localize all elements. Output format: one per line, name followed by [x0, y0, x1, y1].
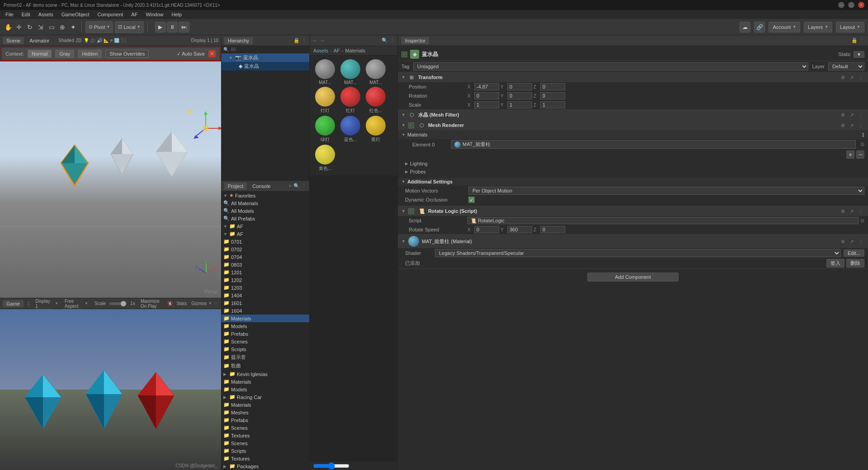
racing-folder[interactable]: ▶ 📁 Racing Car: [222, 393, 309, 401]
textures-folder[interactable]: 📁 Textures: [222, 455, 309, 462]
folder-scenes-af[interactable]: 📁 Scenes: [222, 338, 309, 345]
lighting-fold[interactable]: ▶ Lighting: [398, 160, 868, 168]
inspector-lock[interactable]: 🔒: [851, 38, 858, 43]
motion-select[interactable]: Per Object Motion: [468, 187, 864, 195]
rotate-overflow[interactable]: ⋮: [857, 207, 864, 215]
shader-select[interactable]: Legacy Shaders/Transparent/Specular: [435, 249, 841, 257]
folder-1203[interactable]: 📁 1203: [222, 284, 309, 291]
account-button[interactable]: Account ▼: [769, 22, 800, 33]
mat-item-1[interactable]: MAT...: [339, 59, 362, 85]
scale-y-input[interactable]: [507, 101, 532, 108]
static-dropdown[interactable]: ▼: [854, 51, 864, 58]
element-0-ref[interactable]: MAT_能量柱: [451, 140, 856, 149]
context-normal-button[interactable]: Normal: [28, 50, 52, 58]
assets-size-slider[interactable]: [313, 462, 349, 470]
hierarchy-root[interactable]: ▼ 📷 蓝水晶: [222, 53, 309, 62]
script-picker[interactable]: ⊙: [860, 218, 864, 224]
script-ref[interactable]: 📜 RotateLogic: [467, 217, 859, 224]
hierarchy-lock[interactable]: 🔒: [293, 38, 300, 43]
hierarchy-child[interactable]: ◆ 蓝水晶: [222, 62, 309, 70]
rot-y-input[interactable]: [507, 92, 532, 99]
aspect-selector[interactable]: Free Aspect: [63, 298, 82, 309]
scenes-folder[interactable]: 📁 Scenes: [222, 439, 309, 447]
dynamic-occlusion-check[interactable]: ✓: [468, 197, 475, 203]
add-component-button[interactable]: Add Component: [587, 273, 679, 282]
context-gray-button[interactable]: Gray: [55, 50, 74, 58]
edit-shader-button[interactable]: Edit...: [844, 249, 864, 257]
signin-button[interactable]: 签入: [826, 259, 844, 268]
af-folder[interactable]: ▼ 📁 AF: [222, 230, 309, 238]
2d-label[interactable]: 2D: [76, 38, 82, 43]
game-tab[interactable]: Game: [3, 300, 24, 307]
obj-enabled-check[interactable]: ✓: [401, 52, 407, 57]
assets-root[interactable]: ▼ 📁 AF: [222, 222, 309, 230]
racing-scenes[interactable]: 📁 Scenes: [222, 424, 309, 432]
selected-crystal[interactable]: [59, 143, 90, 188]
project-search[interactable]: 🔍: [293, 183, 300, 189]
asset-overflow[interactable]: ⋮: [390, 38, 395, 43]
breadcrumb-assets[interactable]: Assets: [313, 48, 328, 53]
console-tab[interactable]: Console: [249, 183, 274, 190]
project-add[interactable]: +: [289, 183, 292, 189]
show-overrides-button[interactable]: Show Overrides: [105, 50, 149, 58]
transform-header[interactable]: ▼ ⊞ Transform ⚙ ↗ ⋮: [398, 72, 868, 82]
scale-x-input[interactable]: [474, 101, 499, 108]
racing-materials[interactable]: 📁 Materials: [222, 401, 309, 409]
mr-header[interactable]: ▼ ✓ ⬡ Mesh Renderer ⚙ ↗ ⋮: [398, 120, 868, 130]
menu-window[interactable]: Window: [142, 11, 167, 18]
context-close-button[interactable]: ✕: [208, 50, 216, 57]
project-tab[interactable]: Project: [224, 183, 247, 190]
folder-1201[interactable]: 📁 1201: [222, 268, 309, 276]
mat-item-3[interactable]: 灯灯: [313, 87, 337, 114]
mute-icon[interactable]: 🔇: [167, 301, 173, 306]
folder-scripts-af[interactable]: 📁 Scripts: [222, 345, 309, 353]
pos-x-input[interactable]: [474, 83, 499, 90]
shaded-label[interactable]: Shaded: [58, 38, 74, 43]
transform-settings[interactable]: ⚙: [839, 74, 846, 81]
folder-0701[interactable]: 📁 0701: [222, 238, 309, 245]
mf-settings[interactable]: ⚙: [839, 111, 846, 118]
mat-item-9[interactable]: 黄色...: [313, 145, 337, 172]
mat-edit-btn[interactable]: ↗: [848, 238, 855, 245]
mf-edit[interactable]: ↗: [848, 111, 855, 118]
breadcrumb-af[interactable]: AF: [334, 48, 340, 53]
mr-enabled[interactable]: ✓: [408, 122, 414, 128]
layers-button[interactable]: Layers ▼: [804, 22, 832, 33]
mat-item-4[interactable]: 红灯: [339, 87, 362, 114]
rotate-edit[interactable]: ↗: [848, 207, 855, 215]
menu-edit[interactable]: Edit: [18, 11, 34, 18]
transform-overflow[interactable]: ⋮: [857, 74, 864, 81]
scale-z-input[interactable]: [540, 101, 565, 108]
speed-y-input[interactable]: [507, 226, 532, 233]
minimize-button[interactable]: ─: [838, 2, 844, 8]
rotate-settings[interactable]: ⚙: [839, 207, 846, 215]
folder-1604[interactable]: 📁 1604: [222, 307, 309, 315]
mat-section-header[interactable]: ▼ MAT_能量柱 (Material) ⚙ ↗ ⋮: [398, 235, 868, 248]
scene-tab[interactable]: Scene: [3, 37, 24, 44]
local-button[interactable]: ⊡ Local ▼: [115, 21, 143, 33]
hierarchy-tab[interactable]: Hierarchy: [224, 37, 253, 44]
mat-add-button[interactable]: +: [846, 150, 854, 159]
tag-select[interactable]: Untagged: [413, 62, 809, 70]
kevin-folder[interactable]: ▶ 📁 Kevin Iglesias: [222, 370, 309, 378]
speed-z-input[interactable]: [540, 226, 565, 233]
folder-materials[interactable]: 📁 Materials: [222, 315, 309, 322]
toolbar-custom-tool[interactable]: ✦: [69, 23, 78, 32]
menu-assets[interactable]: Assets: [35, 11, 57, 18]
speed-x-input[interactable]: [474, 226, 499, 233]
pivot-button[interactable]: ⊙ Pivot ▼: [85, 21, 113, 33]
maximize-on-play[interactable]: Maximize On Play: [141, 299, 164, 309]
kevin-models[interactable]: 📁 Models: [222, 385, 309, 393]
folder-1601[interactable]: 📁 1601: [222, 299, 309, 307]
asset-search[interactable]: 🔍: [382, 38, 388, 43]
toolbar-hand-tool[interactable]: ✋: [4, 23, 13, 32]
collab-icon[interactable]: 🔗: [754, 22, 765, 33]
move-gizmo[interactable]: [188, 110, 221, 146]
mat-remove-button[interactable]: −: [856, 150, 864, 159]
folder-0803[interactable]: 📁 0803: [222, 261, 309, 268]
folder-1404[interactable]: 📁 1404: [222, 291, 309, 299]
folder-0702[interactable]: 📁 0702: [222, 245, 309, 253]
probes-fold[interactable]: ▶ Probes: [398, 168, 868, 176]
menu-file[interactable]: File: [2, 11, 17, 18]
additional-header[interactable]: ▼ Additional Settings: [398, 178, 868, 186]
